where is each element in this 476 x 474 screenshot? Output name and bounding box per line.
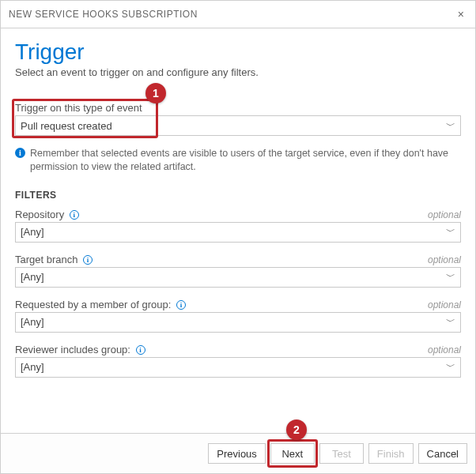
finish-button: Finish bbox=[368, 443, 414, 464]
repository-label: Repository bbox=[15, 209, 64, 220]
target-branch-value: [Any] bbox=[21, 271, 44, 283]
filter-target-branch: Target branch i optional [Any] ﹀ bbox=[15, 254, 461, 288]
info-note-text: Remember that selected events are visibl… bbox=[30, 147, 461, 174]
optional-label: optional bbox=[428, 254, 461, 265]
info-note: i Remember that selected events are visi… bbox=[15, 147, 461, 174]
dialog-title: NEW SERVICE HOOKS SUBSCRIPTION bbox=[9, 9, 198, 20]
chevron-down-icon: ﹀ bbox=[446, 360, 455, 374]
event-label-row: Trigger on this type of event bbox=[15, 102, 461, 114]
event-type-select[interactable]: Pull request created ﹀ bbox=[15, 115, 461, 136]
event-section: 1 Trigger on this type of event Pull req… bbox=[15, 102, 461, 136]
target-branch-select[interactable]: [Any] ﹀ bbox=[15, 267, 461, 288]
info-icon[interactable]: i bbox=[70, 210, 79, 220]
titlebar: NEW SERVICE HOOKS SUBSCRIPTION × bbox=[1, 1, 475, 28]
chevron-down-icon: ﹀ bbox=[446, 119, 455, 133]
page-subtitle: Select an event to trigger on and config… bbox=[15, 66, 461, 78]
dialog-content: Trigger Select an event to trigger on an… bbox=[1, 28, 475, 433]
repository-select[interactable]: [Any] ﹀ bbox=[15, 222, 461, 243]
optional-label: optional bbox=[428, 344, 461, 356]
target-branch-label: Target branch bbox=[15, 254, 78, 265]
cancel-button[interactable]: Cancel bbox=[418, 443, 467, 464]
requested-group-label: Requested by a member of group: bbox=[15, 299, 171, 310]
reviewer-group-select[interactable]: [Any] ﹀ bbox=[15, 357, 461, 378]
callout-1-badge: 1 bbox=[145, 83, 166, 103]
previous-button[interactable]: Previous bbox=[208, 443, 266, 464]
next-button[interactable]: Next bbox=[270, 443, 315, 464]
filters-heading: FILTERS bbox=[15, 190, 461, 201]
filter-repository: Repository i optional [Any] ﹀ bbox=[15, 209, 461, 243]
reviewer-group-value: [Any] bbox=[21, 361, 44, 373]
optional-label: optional bbox=[428, 299, 461, 310]
service-hooks-dialog: NEW SERVICE HOOKS SUBSCRIPTION × Trigger… bbox=[0, 0, 476, 474]
repository-value: [Any] bbox=[21, 226, 44, 238]
chevron-down-icon: ﹀ bbox=[446, 270, 455, 284]
info-icon[interactable]: i bbox=[176, 300, 186, 310]
dialog-footer: Previous 2 Next Test Finish Cancel bbox=[1, 433, 475, 473]
callout-2-badge: 2 bbox=[286, 419, 307, 440]
info-icon[interactable]: i bbox=[83, 255, 93, 265]
close-icon[interactable]: × bbox=[455, 7, 467, 21]
next-button-wrap: 2 Next bbox=[270, 443, 315, 464]
requested-group-select[interactable]: [Any] ﹀ bbox=[15, 312, 461, 333]
info-icon: i bbox=[15, 148, 25, 158]
test-button: Test bbox=[319, 443, 364, 464]
reviewer-group-label: Reviewer includes group: bbox=[15, 344, 130, 356]
chevron-down-icon: ﹀ bbox=[446, 225, 455, 239]
filter-requested-group: Requested by a member of group: i option… bbox=[15, 299, 461, 333]
requested-group-value: [Any] bbox=[21, 316, 44, 328]
event-label: Trigger on this type of event bbox=[15, 102, 142, 114]
page-title: Trigger bbox=[15, 40, 461, 65]
chevron-down-icon: ﹀ bbox=[446, 315, 455, 329]
info-icon[interactable]: i bbox=[136, 345, 145, 355]
filter-reviewer-group: Reviewer includes group: i optional [Any… bbox=[15, 344, 461, 378]
optional-label: optional bbox=[428, 209, 461, 220]
event-type-value: Pull request created bbox=[21, 120, 112, 132]
